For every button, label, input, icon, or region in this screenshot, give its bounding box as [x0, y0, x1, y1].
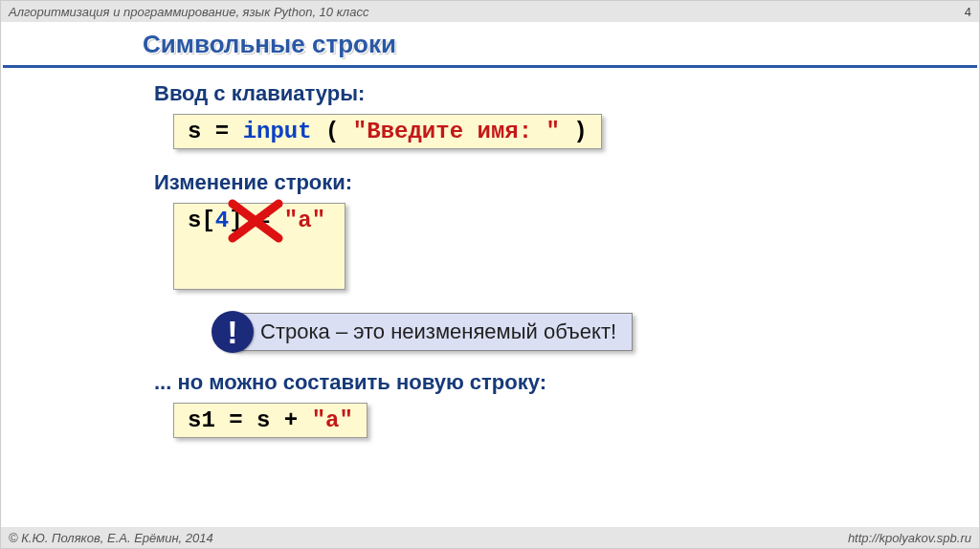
code-token: s [256, 407, 270, 433]
exclamation-icon: ! [212, 311, 254, 353]
code-token: s1 [188, 407, 215, 433]
slide-title: Символьные строки [143, 30, 979, 59]
code-string: "Введите имя: " [353, 119, 560, 144]
code-token: ] [229, 208, 242, 233]
header-bar: Алгоритмизация и программирование, язык … [1, 1, 979, 22]
code-token: [ [201, 208, 214, 233]
code-token: ) [573, 119, 587, 144]
code-keyword: input [243, 119, 312, 144]
section3-heading: ... но можно составить новую строку: [154, 370, 979, 395]
course-title: Алгоритмизация и программирование, язык … [9, 5, 368, 19]
copyright: © К.Ю. Поляков, Е.А. Ерёмин, 2014 [9, 531, 213, 545]
callout: ! Строка – это неизменяемый объект! [212, 311, 979, 353]
code-number: 4 [215, 208, 229, 233]
code-string: "a" [312, 407, 353, 433]
code-mutate: s[4] = "a" [173, 203, 345, 290]
page-number: 4 [965, 5, 971, 19]
code-token: + [284, 407, 298, 433]
code-token: s [188, 119, 201, 144]
title-rule [3, 65, 977, 68]
slide: Алгоритмизация и программирование, язык … [0, 0, 980, 549]
code-token: s [188, 208, 201, 233]
code-token: = [215, 119, 229, 144]
code-input: s = input ( "Введите имя: " ) [173, 114, 602, 149]
section2-heading: Изменение строки: [154, 170, 979, 195]
callout-text: Строка – это неизменяемый объект! [234, 313, 633, 351]
footer-bar: © К.Ю. Поляков, Е.А. Ерёмин, 2014 http:/… [1, 527, 979, 548]
code-newstring: s1 = s + "a" [173, 403, 368, 438]
code-string: "a" [284, 208, 325, 233]
code-token: ( [325, 119, 339, 144]
slide-content: Ввод с клавиатуры: s = input ( "Введите … [154, 81, 979, 451]
footer-url: http://kpolyakov.spb.ru [848, 531, 971, 545]
code-token: = [229, 407, 242, 433]
code-token: = [256, 208, 270, 233]
section1-heading: Ввод с клавиатуры: [154, 81, 979, 106]
